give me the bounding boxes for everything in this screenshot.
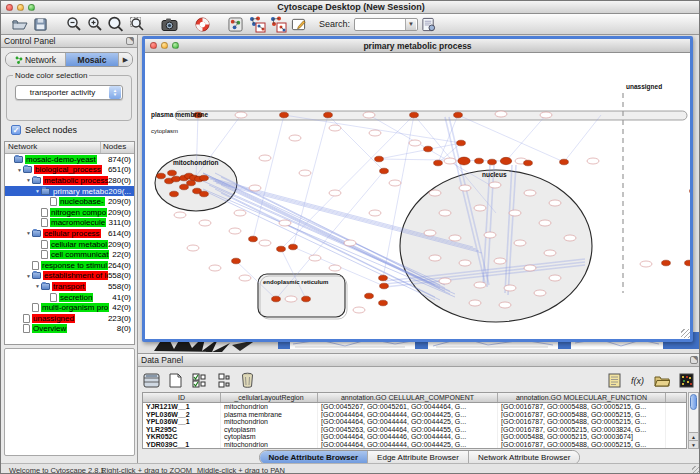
tab-mosaic[interactable]: Mosaic bbox=[66, 53, 118, 66]
tree-column-nodes[interactable]: Nodes bbox=[101, 142, 134, 153]
node-color-dropdown[interactable]: transporter activity ▲▼ bbox=[15, 85, 123, 100]
network-leaf-icon bbox=[32, 303, 39, 312]
matrix-view-button[interactable] bbox=[675, 370, 697, 390]
dropdown-stepper-icon: ▲▼ bbox=[109, 86, 121, 99]
tabs-overflow-button[interactable]: ▶ bbox=[118, 53, 132, 66]
scroll-down-arrow[interactable]: ▼ bbox=[689, 440, 698, 448]
table-column-header[interactable]: annotation.GO CELLULAR_COMPONENT bbox=[318, 393, 498, 402]
table-column-header[interactable]: _cellularLayoutRegion bbox=[221, 393, 318, 402]
tree-row[interactable]: Overview8(0) bbox=[5, 324, 134, 335]
tab-network[interactable]: Network bbox=[6, 53, 66, 66]
unselect-all-attributes-button[interactable] bbox=[212, 370, 234, 390]
tree-row[interactable]: ▼primary metabol209(... bbox=[5, 186, 134, 197]
tree-row[interactable]: ▼transport558(0) bbox=[5, 281, 134, 292]
tree-expander-icon[interactable]: ▼ bbox=[34, 188, 41, 194]
attribute-notes-button[interactable] bbox=[603, 370, 625, 390]
attribute-select-button[interactable] bbox=[140, 370, 162, 390]
help-button[interactable] bbox=[192, 15, 213, 34]
control-panel-float-button[interactable] bbox=[126, 37, 134, 45]
table-row[interactable]: YKR052Ccytoplasm[GO:0044464, GO:0044446,… bbox=[143, 433, 686, 441]
annotation-button[interactable] bbox=[288, 15, 309, 34]
tree-row-label: transport bbox=[52, 282, 86, 291]
tree-column-network[interactable]: Network bbox=[5, 142, 101, 153]
tree-row-label: multi-organism pro bbox=[41, 303, 109, 312]
network-window-titlebar[interactable]: primary metabolic process bbox=[145, 39, 690, 53]
scrollbar-thumb[interactable] bbox=[690, 394, 697, 410]
tree-expander-icon[interactable]: ▼ bbox=[25, 273, 32, 279]
tree-row[interactable]: cell communicat22(0) bbox=[5, 249, 134, 260]
network-canvas[interactable]: plasma membrane cytoplasm mitochondrion … bbox=[145, 53, 690, 338]
tree-row-label: macromolecule bbox=[50, 218, 106, 227]
tree-row[interactable]: response to stimul264(0) bbox=[5, 260, 134, 271]
status-message: Welcome to Cytoscape 2.8.1 bbox=[9, 466, 105, 474]
tree-row[interactable]: unassigned223(0) bbox=[5, 313, 134, 324]
folder-icon bbox=[41, 283, 50, 290]
new-attribute-button[interactable] bbox=[164, 370, 186, 390]
tree-row-node-count: 209(0) bbox=[108, 240, 134, 249]
window-resize-grip[interactable] bbox=[681, 329, 690, 338]
zoom-selected-icon bbox=[107, 16, 124, 33]
data-panel-title: Data Panel bbox=[141, 355, 690, 365]
tree-expander-icon[interactable]: ▼ bbox=[25, 177, 32, 183]
search-options-button[interactable] bbox=[418, 15, 439, 34]
tree-row[interactable]: nitrogen compo209(0) bbox=[5, 207, 134, 218]
app-resize-grip[interactable] bbox=[692, 466, 700, 474]
network-leaf-icon bbox=[23, 324, 30, 333]
plasma-membrane-label: plasma membrane bbox=[151, 111, 208, 119]
zoom-in-button[interactable] bbox=[84, 15, 105, 34]
tree-row[interactable]: ▼biological_process651(0) bbox=[5, 165, 134, 176]
cellular-regions-layer bbox=[155, 93, 687, 322]
network-leaf-icon bbox=[50, 293, 57, 302]
data-panel-float-button[interactable] bbox=[690, 356, 698, 364]
tree-row-node-count: 223(0) bbox=[108, 314, 134, 323]
table-scrollbar[interactable]: ▲ ▼ bbox=[688, 392, 699, 449]
tree-row-node-count: 8(0) bbox=[117, 324, 134, 333]
tree-row[interactable]: mosaic-demo-yeast874(0) bbox=[5, 154, 134, 165]
endoplasmic-reticulum-label: endoplasmic reticulum bbox=[263, 279, 328, 285]
tree-expander-icon[interactable]: ▼ bbox=[16, 167, 23, 173]
select-nodes-checkbox[interactable]: ✓ bbox=[11, 125, 21, 135]
open-file-button[interactable] bbox=[9, 15, 30, 34]
network-style-b-icon bbox=[269, 16, 287, 33]
tree-row-node-count: 874(0) bbox=[108, 155, 134, 164]
tree-expander-icon[interactable]: ▼ bbox=[34, 283, 41, 289]
search-input[interactable]: ▼ bbox=[354, 18, 418, 31]
tree-row[interactable]: ▼metabolic process280(0) bbox=[5, 175, 134, 186]
delete-attribute-button[interactable] bbox=[236, 370, 258, 390]
table-column-header[interactable]: ID bbox=[143, 393, 221, 402]
folder-icon bbox=[32, 272, 41, 279]
zoom-selected-button[interactable] bbox=[105, 15, 126, 34]
table-row[interactable]: YJR121W__1mitochondrion[GO:0045267, GO:0… bbox=[143, 403, 686, 411]
formula-builder-button[interactable]: f(x) bbox=[627, 370, 649, 390]
table-column-header[interactable]: annotation.GO MOLECULAR_FUNCTION bbox=[498, 393, 666, 402]
tree-row-label: cellular metabol bbox=[50, 240, 108, 249]
table-row[interactable]: YPL036W__1mitochondrion[GO:0044464, GO:0… bbox=[143, 418, 686, 426]
save-session-button[interactable] bbox=[30, 15, 51, 34]
tree-row[interactable]: macromolecule311(0) bbox=[5, 218, 134, 229]
copy-style-button[interactable] bbox=[246, 15, 267, 34]
tree-row[interactable]: ▼cellular process614(0) bbox=[5, 228, 134, 239]
tree-row[interactable]: secretion41(0) bbox=[5, 292, 134, 303]
table-cell: [GO:0044464, GO:0044444, GO:0044425, G..… bbox=[318, 411, 498, 419]
scroll-up-arrow[interactable]: ▲ bbox=[689, 432, 698, 440]
lifebuoy-icon bbox=[195, 17, 210, 32]
paste-style-button[interactable] bbox=[267, 15, 288, 34]
vizmapper-button[interactable] bbox=[225, 15, 246, 34]
select-all-attributes-button[interactable] bbox=[188, 370, 210, 390]
tree-expander-icon[interactable]: ▼ bbox=[25, 230, 32, 236]
snapshot-button[interactable] bbox=[159, 15, 180, 34]
tree-row-label: nitrogen compo bbox=[50, 208, 107, 217]
tree-row[interactable]: ▼establishment of lo558(0) bbox=[5, 271, 134, 282]
table-row[interactable]: YLR295Ccytoplasm[GO:0045263, GO:0044464,… bbox=[143, 426, 686, 434]
zoom-fit-button[interactable] bbox=[126, 15, 147, 34]
table-row[interactable]: YPL036W__2plasma membrane[GO:0044464, GO… bbox=[143, 411, 686, 419]
tree-row[interactable]: cellular metabol209(0) bbox=[5, 239, 134, 250]
import-attributes-button[interactable] bbox=[651, 370, 673, 390]
tree-row[interactable]: multi-organism pro42(0) bbox=[5, 302, 134, 313]
network-leaf-icon bbox=[41, 240, 48, 249]
table-row[interactable]: YDR039C__1mitochondrion[GO:0044464, GO:0… bbox=[143, 441, 686, 449]
tree-row[interactable]: nucleobase-209(0) bbox=[5, 196, 134, 207]
zoom-out-button[interactable] bbox=[63, 15, 84, 34]
search-dropdown-arrow-icon[interactable]: ▼ bbox=[405, 19, 416, 30]
table-cell: mitochondrion bbox=[221, 441, 318, 449]
